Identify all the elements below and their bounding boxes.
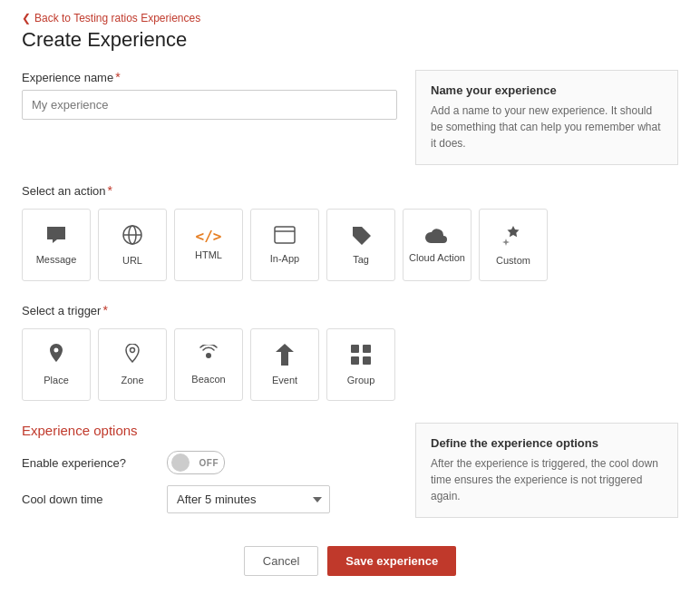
window-icon (274, 226, 296, 248)
action-card-html[interactable]: </> HTML (174, 209, 243, 281)
action-card-custom[interactable]: Custom (479, 209, 548, 281)
zone-icon (124, 344, 141, 369)
group-icon (350, 344, 372, 369)
globe-icon (122, 224, 143, 249)
action-label-inapp: In-App (270, 253, 299, 264)
action-section-label: Select an action * (22, 183, 678, 198)
html-icon: </> (196, 229, 222, 244)
name-info-box: Name your experience Add a name to your … (415, 70, 678, 165)
beacon-icon (197, 345, 220, 368)
trigger-label-group: Group (347, 375, 375, 385)
trigger-label-beacon: Beacon (191, 374, 225, 385)
options-title: Experience options (22, 423, 397, 438)
custom-icon (502, 224, 524, 249)
action-label-html: HTML (195, 249, 222, 260)
action-required: * (108, 183, 112, 198)
cooldown-label: Cool down time (22, 493, 167, 506)
trigger-label-event: Event (272, 375, 297, 385)
cooldown-row: Cool down time After 5 minutes After 10 … (22, 485, 397, 513)
name-info-text: Add a name to your new experience. It sh… (431, 102, 663, 151)
trigger-grid: Place Zone (22, 328, 678, 401)
svg-rect-9 (363, 345, 371, 353)
action-label-url: URL (122, 255, 142, 266)
action-section: Select an action * Message (22, 183, 678, 281)
svg-rect-8 (351, 345, 359, 353)
back-link-text: Back to Testing ratios Experiences (34, 12, 200, 24)
options-info-box: Define the experience options After the … (415, 423, 678, 518)
svg-point-5 (131, 348, 135, 353)
trigger-section-label: Select a trigger * (22, 303, 678, 317)
svg-rect-10 (351, 356, 359, 365)
action-card-url[interactable]: URL (98, 209, 167, 281)
action-grid: Message URL </> HTML (22, 209, 678, 281)
toggle-circle (171, 454, 190, 472)
svg-rect-11 (363, 356, 371, 365)
trigger-card-group[interactable]: Group (326, 328, 395, 401)
experience-name-input[interactable] (22, 90, 397, 120)
svg-point-6 (206, 353, 211, 358)
action-card-inapp[interactable]: In-App (250, 209, 319, 281)
trigger-section: Select a trigger * Place (22, 303, 678, 401)
back-chevron-icon: ❮ (22, 12, 31, 24)
action-label-message: Message (36, 254, 77, 265)
toggle-text: OFF (199, 458, 219, 468)
place-icon (48, 344, 64, 369)
button-row: Cancel Save experience (22, 546, 678, 576)
svg-marker-7 (276, 344, 294, 366)
back-link[interactable]: ❮ Back to Testing ratios Experiences (22, 12, 200, 24)
svg-rect-3 (275, 227, 295, 243)
page-title: Create Experience (22, 28, 678, 52)
tag-icon (351, 225, 371, 249)
action-label-cloudaction: Cloud Action (409, 252, 465, 263)
name-info-title: Name your experience (431, 83, 663, 97)
trigger-label-place: Place (44, 375, 69, 385)
action-label-tag: Tag (353, 254, 369, 265)
trigger-label-zone: Zone (121, 375, 143, 385)
action-card-message[interactable]: Message (22, 209, 91, 281)
trigger-card-place[interactable]: Place (22, 328, 91, 401)
trigger-card-beacon[interactable]: Beacon (174, 328, 243, 401)
options-section: Experience options Enable experience? OF… (22, 423, 678, 524)
required-indicator: * (115, 70, 120, 84)
enable-label: Enable experience? (22, 456, 167, 470)
options-info-text: After the experience is triggered, the c… (431, 455, 663, 504)
trigger-card-event[interactable]: Event (250, 328, 319, 401)
action-label-custom: Custom (496, 255, 530, 266)
action-card-tag[interactable]: Tag (326, 209, 395, 281)
trigger-required: * (102, 303, 107, 317)
action-card-cloudaction[interactable]: Cloud Action (403, 209, 472, 281)
trigger-card-zone[interactable]: Zone (98, 328, 167, 401)
options-info-title: Define the experience options (431, 436, 663, 450)
event-icon (276, 344, 294, 369)
save-button[interactable]: Save experience (327, 546, 456, 576)
cancel-button[interactable]: Cancel (244, 546, 318, 576)
experience-name-label: Experience name * (22, 70, 397, 84)
chat-icon (45, 225, 67, 249)
enable-row: Enable experience? OFF (22, 451, 397, 474)
enable-toggle[interactable]: OFF (167, 451, 225, 474)
cooldown-select[interactable]: After 5 minutes After 10 minutes After 3… (167, 485, 330, 513)
cloud-icon (425, 227, 449, 247)
